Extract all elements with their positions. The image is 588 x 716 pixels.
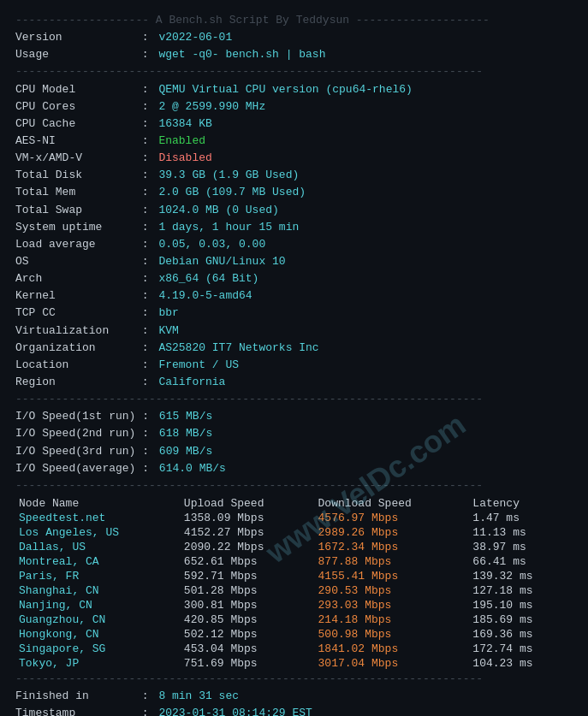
field-label: Total Mem <box>15 184 135 201</box>
finished-label: Finished in <box>15 688 135 705</box>
table-row: Paris, FR592.71 Mbps4155.41 Mbps139.32 m… <box>15 569 573 583</box>
col-download: Download Speed <box>315 496 470 511</box>
field-label: Total Disk <box>15 167 135 184</box>
download-speed: 293.03 Mbps <box>315 598 470 612</box>
timestamp-value: 2023-01-31 08:14:29 EST <box>158 705 312 716</box>
field-value: bbr <box>158 305 178 322</box>
io-label: I/O Speed(3rd run) <box>15 443 135 460</box>
system-field-region: Region : California <box>15 374 573 391</box>
node-name: Los Angeles, US <box>15 525 181 540</box>
io-run: I/O Speed(average) : 614.0 MB/s <box>15 460 573 477</box>
field-value: 2 @ 2599.990 MHz <box>158 98 265 115</box>
upload-speed: 420.85 Mbps <box>181 612 315 627</box>
system-field-cpu-cache: CPU Cache : 16384 KB <box>15 115 573 133</box>
latency: 127.18 ms <box>469 583 573 598</box>
field-label: Arch <box>15 270 135 287</box>
latency: 169.36 ms <box>469 627 573 642</box>
header-separator: -------------------- A Bench.sh Script B… <box>15 12 573 29</box>
io-value: 618 MB/s <box>159 425 212 442</box>
latency: 172.74 ms <box>469 642 573 656</box>
field-label: Kernel <box>15 287 135 305</box>
field-label: Total Swap <box>15 202 135 219</box>
field-label: Virtualization <box>15 322 135 340</box>
field-value: 2.0 GB (109.7 MB Used) <box>158 184 306 201</box>
latency: 139.32 ms <box>469 569 573 583</box>
field-value: QEMU Virtual CPU version (cpu64-rhel6) <box>158 81 412 98</box>
system-field-arch: Arch : x86_64 (64 Bit) <box>15 270 573 287</box>
field-label: Organization <box>15 340 135 357</box>
upload-speed: 502.12 Mbps <box>181 627 315 642</box>
download-speed: 3017.04 Mbps <box>315 656 470 671</box>
download-speed: 290.53 Mbps <box>315 583 470 598</box>
io-separator: ----------------------------------------… <box>15 391 573 408</box>
field-value: Enabled <box>158 133 205 150</box>
field-value: 4.19.0-5-amd64 <box>158 287 252 305</box>
download-speed: 2989.26 Mbps <box>315 525 470 540</box>
io-label: I/O Speed(average) <box>15 460 135 477</box>
field-label: Load average <box>15 236 135 253</box>
upload-speed: 501.28 Mbps <box>181 583 315 598</box>
download-speed: 214.18 Mbps <box>315 612 470 627</box>
field-label: TCP CC <box>15 305 135 322</box>
footer-separator: ----------------------------------------… <box>15 671 573 688</box>
field-label: AES-NI <box>15 133 135 150</box>
field-value: 16384 KB <box>158 115 211 133</box>
field-value: Disabled <box>158 150 211 167</box>
download-speed: 877.88 Mbps <box>315 554 470 569</box>
node-name: Paris, FR <box>15 569 181 583</box>
table-row: Guangzhou, CN420.85 Mbps214.18 Mbps185.6… <box>15 612 573 627</box>
table-row: Hongkong, CN502.12 Mbps500.98 Mbps169.36… <box>15 627 573 642</box>
finished-line: Finished in : 8 min 31 sec <box>15 688 573 705</box>
table-row: Tokyo, JP751.69 Mbps3017.04 Mbps104.23 m… <box>15 656 573 671</box>
speedtest-separator: ----------------------------------------… <box>15 477 573 494</box>
io-label: I/O Speed(1st run) <box>15 408 135 425</box>
field-value: AS25820 IT7 Networks Inc <box>158 340 318 357</box>
node-name: Shanghai, CN <box>15 583 181 598</box>
system-field-vm-x-amd-v: VM-x/AMD-V : Disabled <box>15 150 573 167</box>
field-value: 39.3 GB (1.9 GB Used) <box>158 167 299 184</box>
system-field-total-disk: Total Disk : 39.3 GB (1.9 GB Used) <box>15 167 573 184</box>
upload-speed: 4152.27 Mbps <box>181 525 315 540</box>
node-name: Speedtest.net <box>15 511 181 525</box>
field-label: CPU Cores <box>15 98 135 115</box>
speedtest-table: Node Name Upload Speed Download Speed La… <box>15 496 573 671</box>
node-name: Guangzhou, CN <box>15 612 181 627</box>
io-label: I/O Speed(2nd run) <box>15 425 135 442</box>
io-value: 614.0 MB/s <box>159 460 226 477</box>
upload-speed: 300.81 Mbps <box>181 598 315 612</box>
version-line: Version : v2022-06-01 <box>15 29 573 46</box>
speedtest-header: Node Name Upload Speed Download Speed La… <box>15 496 573 511</box>
table-row: Montreal, CA652.61 Mbps877.88 Mbps66.41 … <box>15 554 573 569</box>
field-value: Fremont / US <box>158 357 239 374</box>
field-value: 1024.0 MB (0 Used) <box>158 202 278 219</box>
io-value: 615 MB/s <box>159 408 212 425</box>
timestamp-line: Timestamp : 2023-01-31 08:14:29 EST <box>15 705 573 716</box>
node-name: Nanjing, CN <box>15 598 181 612</box>
upload-speed: 592.71 Mbps <box>181 569 315 583</box>
latency: 104.23 ms <box>469 656 573 671</box>
io-run: I/O Speed(3rd run) : 609 MB/s <box>15 443 573 460</box>
table-row: Shanghai, CN501.28 Mbps290.53 Mbps127.18… <box>15 583 573 598</box>
io-run: I/O Speed(2nd run) : 618 MB/s <box>15 425 573 442</box>
latency: 185.69 ms <box>469 612 573 627</box>
table-row: Los Angeles, US4152.27 Mbps2989.26 Mbps1… <box>15 525 573 540</box>
field-value: x86_64 (64 Bit) <box>158 270 258 287</box>
usage-label: Usage <box>15 46 135 63</box>
node-name: Singapore, SG <box>15 642 181 656</box>
upload-speed: 652.61 Mbps <box>181 554 315 569</box>
system-field-cpu-cores: CPU Cores : 2 @ 2599.990 MHz <box>15 98 573 115</box>
system-field-virtualization: Virtualization : KVM <box>15 322 573 340</box>
system-field-cpu-model: CPU Model : QEMU Virtual CPU version (cp… <box>15 81 573 98</box>
field-label: OS <box>15 253 135 270</box>
field-value: KVM <box>158 322 178 340</box>
field-label: VM-x/AMD-V <box>15 150 135 167</box>
col-upload: Upload Speed <box>181 496 315 511</box>
node-name: Hongkong, CN <box>15 627 181 642</box>
io-value: 609 MB/s <box>159 443 212 460</box>
field-label: Region <box>15 374 135 391</box>
field-value: 1 days, 1 hour 15 min <box>158 219 299 236</box>
col-node: Node Name <box>15 496 181 511</box>
node-name: Montreal, CA <box>15 554 181 569</box>
field-value: California <box>158 374 225 391</box>
latency: 11.13 ms <box>469 525 573 540</box>
